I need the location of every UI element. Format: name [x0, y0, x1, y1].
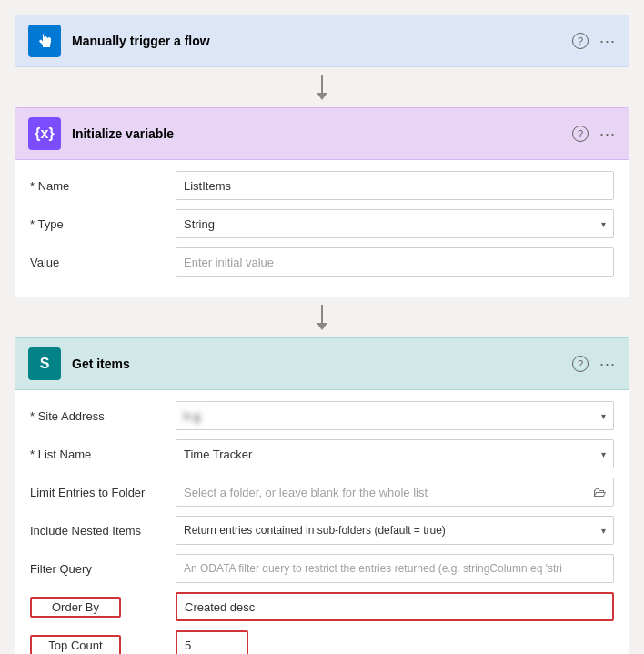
list-name-row: * List Name Time Tracker ▾ — [30, 439, 614, 468]
variable-header: {x} Initialize variable ? ··· — [15, 107, 629, 160]
list-name-dropdown[interactable]: Time Tracker ▾ — [176, 439, 614, 468]
order-by-label: Order By — [30, 597, 121, 618]
site-address-input[interactable]: h g ▾ — [176, 401, 614, 430]
variable-value-row: Value Enter initial value — [30, 247, 614, 277]
variable-name-input[interactable]: ListItems — [176, 171, 614, 200]
variable-body: * Name ListItems * Type String ▾ Value E… — [15, 160, 629, 297]
trigger-card: Manually trigger a flow ? ··· — [15, 15, 629, 67]
getitems-help-icon[interactable]: ? — [572, 356, 589, 372]
trigger-header: Manually trigger a flow ? ··· — [15, 15, 629, 67]
top-count-label-wrapper: Top Count — [30, 635, 176, 655]
list-name-value: Time Tracker — [184, 448, 252, 461]
variable-value-input[interactable]: Enter initial value — [176, 247, 614, 277]
variable-name-value: ListItems — [184, 179, 231, 193]
trigger-title: Manually trigger a flow — [72, 34, 572, 48]
variable-ellipsis-icon[interactable]: ··· — [599, 125, 616, 144]
limit-folder-placeholder: Select a folder, or leave blank for the … — [184, 486, 588, 499]
top-count-input[interactable]: 5 — [176, 630, 248, 654]
order-by-input[interactable]: Created desc — [176, 592, 614, 621]
limit-folder-label: Limit Entries to Folder — [30, 486, 176, 499]
filter-query-label: Filter Query — [30, 562, 176, 576]
arrow-line-2 — [321, 305, 323, 323]
variable-value-placeholder: Enter initial value — [184, 256, 274, 269]
limit-folder-row: Limit Entries to Folder Select a folder,… — [30, 478, 614, 507]
variable-icon: {x} — [35, 126, 54, 142]
getitems-header: S Get items ? ··· — [15, 337, 629, 390]
nested-items-dropdown[interactable]: Return entries contained in sub-folders … — [176, 516, 614, 545]
nested-items-row: Include Nested Items Return entries cont… — [30, 516, 614, 545]
nested-items-label: Include Nested Items — [30, 524, 176, 538]
list-name-chevron: ▾ — [601, 449, 606, 459]
variable-card: {x} Initialize variable ? ··· * Name Lis… — [15, 107, 629, 297]
filter-query-row: Filter Query An ODATA filter query to re… — [30, 554, 614, 583]
getitems-icon-box: S — [28, 347, 61, 380]
filter-query-placeholder: An ODATA filter query to restrict the en… — [184, 562, 562, 575]
connector-2 — [15, 297, 629, 337]
trigger-icon-box — [28, 25, 61, 57]
variable-type-dropdown[interactable]: String ▾ — [176, 209, 614, 238]
site-address-label: * Site Address — [30, 409, 176, 423]
limit-folder-input[interactable]: Select a folder, or leave blank for the … — [176, 478, 614, 507]
getitems-card: S Get items ? ··· * Site Address h g ▾ — [15, 337, 629, 654]
arrow-head-1 — [317, 93, 327, 100]
variable-type-label: * Type — [30, 217, 176, 231]
trigger-ellipsis-icon[interactable]: ··· — [599, 32, 616, 51]
order-by-row: Order By Created desc — [30, 592, 614, 621]
nested-items-value: Return entries contained in sub-folders … — [184, 524, 601, 537]
trigger-icon — [35, 32, 54, 50]
getitems-actions: ? ··· — [572, 355, 616, 374]
site-address-chevron: ▾ — [601, 411, 606, 421]
getitems-body: * Site Address h g ▾ * List Name Time Tr… — [15, 390, 629, 654]
trigger-actions: ? ··· — [572, 32, 616, 51]
trigger-help-icon[interactable]: ? — [572, 33, 589, 49]
order-by-label-wrapper: Order By — [30, 597, 176, 618]
getitems-icon: S — [40, 356, 50, 372]
folder-icon: 🗁 — [593, 485, 606, 499]
variable-type-value: String — [184, 217, 215, 231]
filter-query-input[interactable]: An ODATA filter query to restrict the en… — [176, 554, 614, 583]
nested-items-chevron: ▾ — [601, 526, 606, 536]
variable-name-row: * Name ListItems — [30, 171, 614, 200]
variable-value-label: Value — [30, 256, 176, 269]
top-count-label: Top Count — [30, 635, 121, 655]
variable-help-icon[interactable]: ? — [572, 126, 589, 142]
variable-type-row: * Type String ▾ — [30, 209, 614, 238]
arrow-down-2 — [317, 305, 327, 330]
variable-name-label: * Name — [30, 179, 176, 193]
list-name-label: * List Name — [30, 448, 176, 461]
site-address-row: * Site Address h g ▾ — [30, 401, 614, 430]
order-by-value: Created desc — [185, 600, 255, 614]
question-mark-3: ? — [578, 358, 583, 369]
question-mark: ? — [578, 35, 583, 46]
top-count-value: 5 — [185, 639, 191, 652]
question-mark-2: ? — [578, 128, 583, 139]
connector-1 — [15, 67, 629, 107]
top-count-row: Top Count 5 — [30, 630, 614, 654]
variable-actions: ? ··· — [572, 125, 616, 144]
variable-type-chevron: ▾ — [601, 219, 606, 229]
variable-title: Initialize variable — [72, 126, 572, 141]
arrow-down-1 — [317, 75, 327, 100]
arrow-head-2 — [317, 323, 327, 330]
getitems-ellipsis-icon[interactable]: ··· — [599, 355, 616, 374]
getitems-title: Get items — [72, 357, 572, 371]
site-address-value: h g — [184, 409, 601, 423]
arrow-line-1 — [321, 75, 323, 93]
variable-icon-box: {x} — [28, 117, 61, 150]
